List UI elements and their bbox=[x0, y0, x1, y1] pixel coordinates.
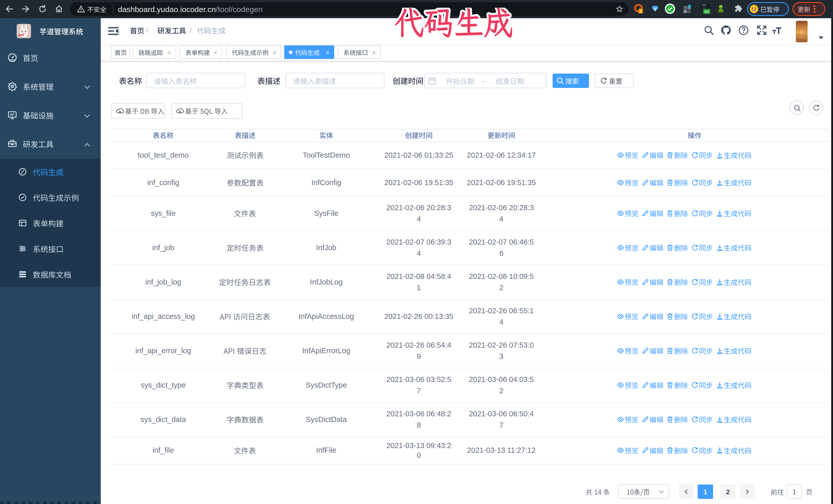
svg-text:1: 1 bbox=[640, 9, 642, 13]
svg-text:on: on bbox=[705, 9, 709, 14]
